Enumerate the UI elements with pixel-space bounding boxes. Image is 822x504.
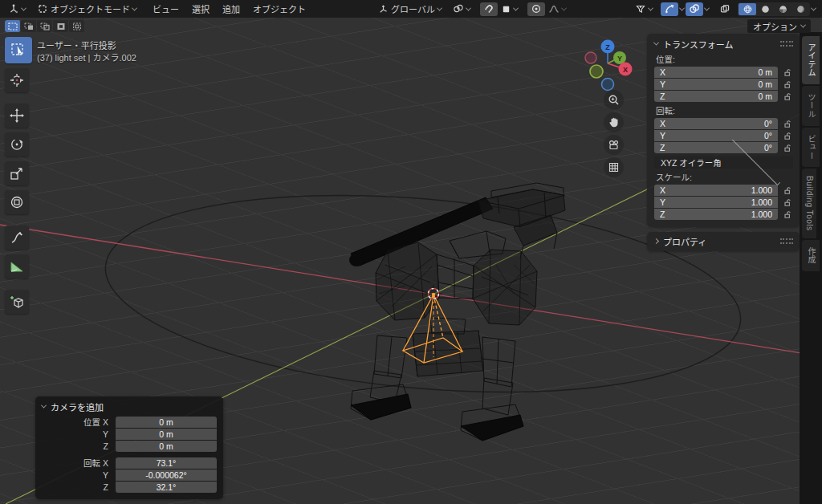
scale-z-field[interactable]: Z 1.000 [654,209,778,220]
tab-tool[interactable]: ツール [802,86,820,126]
tab-building-tools[interactable]: Building Tools [802,169,816,238]
location-y-field[interactable]: Y 0 m [654,79,778,90]
menu-view[interactable]: ビュー [146,2,185,16]
operator-panel-header[interactable]: カメラを追加 [42,400,217,413]
lock-icon[interactable] [783,132,793,140]
wireframe-sphere-icon [743,4,753,14]
snap-toggle[interactable] [480,2,498,16]
location-z-field[interactable]: Z 0 m [654,91,778,102]
properties-panel-header[interactable]: プロパティ [654,234,793,248]
editor-type-button[interactable] [5,2,29,16]
tool-scale[interactable] [5,161,29,185]
proportional-falloff-selector[interactable] [545,2,569,16]
mode-selector[interactable]: オブジェクトモード [34,2,140,16]
menu-add[interactable]: 追加 [216,2,246,16]
menu-select[interactable]: 選択 [185,2,216,16]
object-visibility-filter[interactable] [632,2,656,16]
viewport-header: オブジェクトモード ビュー 選択 追加 オブジェクト グローバル [0,0,822,18]
rotation-mode-dropdown[interactable]: XYZ オイラー角 [654,156,793,169]
tool-move[interactable] [5,104,29,128]
rotation-y-field[interactable]: Y 0° [654,130,778,141]
overlays-dropdown[interactable] [703,2,710,16]
lock-icon[interactable] [783,80,793,89]
pivot-point-selector[interactable] [450,2,474,16]
tool-add-cube[interactable] [5,290,29,314]
select-mode-extend[interactable] [21,20,36,32]
scale-y-field[interactable]: Y 1.000 [654,197,778,208]
navigation-gizmo[interactable]: Z Y X [575,34,639,91]
options-label: オプション [753,20,797,33]
gizmos-toggle[interactable] [661,2,678,16]
lock-icon[interactable] [783,120,793,128]
tab-view[interactable]: ビュー [802,128,820,168]
rotation-x-field[interactable]: X 0° [654,118,778,129]
camera-view-button[interactable] [604,135,624,155]
menu-object[interactable]: オブジェクト [246,2,312,16]
svg-text:Z: Z [605,43,610,51]
shading-material[interactable] [774,3,791,15]
header-menus: ビュー 選択 追加 オブジェクト [146,2,312,16]
sidebar-n-panel: トランスフォーム 位置: X 0 m Y 0 m [647,34,800,251]
tab-item[interactable]: アイテム [802,36,820,84]
gizmo-axis-y[interactable]: Y [613,51,626,64]
viewport-3d[interactable]: オプション ユーザー・平行投影 (37) light set | カメラ.002 [0,18,822,504]
tool-annotate[interactable] [5,226,29,250]
op-location-y-field[interactable]: 0 m [116,429,217,440]
zoom-button[interactable] [604,90,624,110]
shading-solid[interactable] [756,3,774,15]
transform-panel-header[interactable]: トランスフォーム [654,37,793,51]
op-rotation-z-field[interactable]: 32.1° [116,482,217,493]
pan-button[interactable] [604,112,624,132]
scale-x-field[interactable]: X 1.000 [654,185,778,196]
gizmo-axis-x[interactable]: X [619,63,633,76]
tool-rotate[interactable] [5,132,29,156]
tool-measure[interactable] [5,254,29,278]
lock-icon[interactable] [783,144,793,152]
select-mode-intersect[interactable] [69,20,84,32]
lock-icon[interactable] [783,210,793,219]
lock-icon[interactable] [783,92,793,101]
select-mode-subtract[interactable] [37,20,52,32]
panel-grip-icon[interactable] [780,41,793,47]
gizmos-dropdown[interactable] [678,2,686,16]
xray-toggle[interactable] [716,2,734,16]
transform-orientation-selector[interactable]: グローバル [375,2,445,16]
rotation-z-field[interactable]: Z 0° [654,142,778,153]
shading-dropdown[interactable] [810,2,817,16]
gizmo-axis-neg-x[interactable] [585,52,596,63]
overlays-toggle[interactable] [686,2,703,16]
op-rotation-y-field[interactable]: -0.000062° [116,469,217,481]
lock-icon[interactable] [783,186,793,195]
tab-create[interactable]: 作成 [802,240,820,271]
magnifier-icon [608,94,620,106]
chevron-down-icon [132,5,137,10]
select-box-icon [10,43,26,59]
viewport-nav-buttons [604,90,624,177]
select-extend-icon [24,22,34,30]
op-location-x-field[interactable]: 0 m [116,417,217,428]
options-button[interactable]: オプション [747,19,811,33]
gizmo-axis-z[interactable]: Z [601,40,615,54]
tool-select-box[interactable] [5,37,32,63]
select-mode-set[interactable] [5,20,20,32]
select-mode-invert[interactable] [53,20,68,32]
lock-icon[interactable] [783,68,793,77]
proportional-editing-toggle[interactable] [527,2,545,16]
hand-icon [608,116,620,128]
snap-target-selector[interactable] [498,2,521,16]
ortho-grid-button[interactable] [604,157,624,177]
gizmo-axis-neg-z[interactable] [602,79,614,91]
op-rotation-z-label: Z [42,482,116,492]
panel-grip-icon[interactable] [780,238,793,244]
location-x-field[interactable]: X 0 m [654,67,778,78]
op-rotation-x-field[interactable]: 73.1° [116,457,217,469]
op-location-z-field[interactable]: 0 m [116,441,217,452]
gizmo-icon [664,3,675,14]
shading-rendered[interactable] [791,3,809,15]
lock-icon[interactable] [783,198,793,207]
gizmo-axis-neg-y[interactable] [590,65,603,78]
solid-sphere-icon [760,4,771,14]
tool-cursor[interactable] [5,68,29,92]
tool-transform[interactable] [5,190,29,214]
shading-wireframe[interactable] [739,3,756,15]
